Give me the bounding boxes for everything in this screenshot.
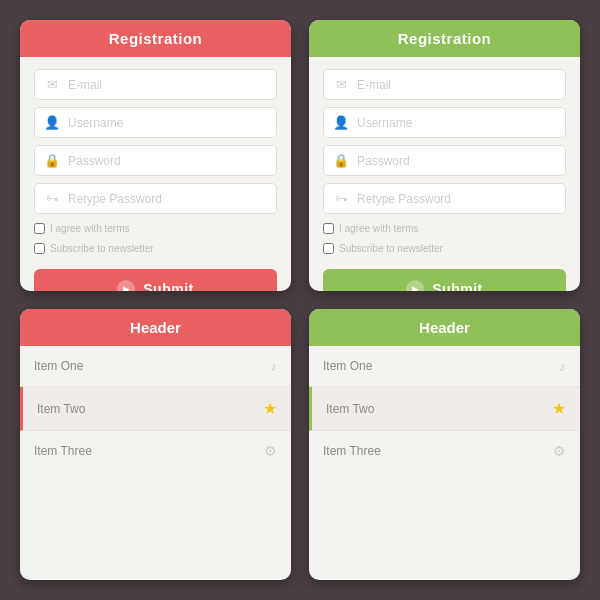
play-icon-g: ▶ [406,280,424,291]
green-submit-label: Submit [432,281,482,291]
green-list-body: Item One ♪ Item Two ★ Item Three ⚙ [309,346,580,580]
password-row: 🔒 [34,145,277,176]
username-input[interactable] [68,116,267,130]
username-input-g[interactable] [357,116,556,130]
list-item[interactable]: Item Two ★ [20,387,291,431]
item-two-label-g: Item Two [326,402,374,416]
email-input-g[interactable] [357,78,556,92]
gear-icon: ⚙ [264,443,277,459]
item-one-label-g: Item One [323,359,372,373]
mail-icon: ✉ [44,77,60,92]
email-row: ✉ [34,69,277,100]
red-list-body: Item One ♪ Item Two ★ Item Three ⚙ [20,346,291,580]
play-icon: ▶ [117,280,135,291]
key-icon-g: 🗝 [333,191,349,206]
green-registration-header: Registration [309,20,580,57]
newsletter-label-g: Subscribe to newsletter [339,243,443,254]
gear-icon-g: ⚙ [553,443,566,459]
password-row-g: 🔒 [323,145,566,176]
star-icon: ★ [263,399,277,418]
terms-checkbox[interactable] [34,223,45,234]
red-registration-header: Registration [20,20,291,57]
list-item[interactable]: Item One ♪ [309,346,580,387]
password-input-g[interactable] [357,154,556,168]
terms-row: I agree with terms [34,223,277,234]
retype-password-input[interactable] [68,192,267,206]
red-registration-card: Registration ✉ 👤 🔒 🗝 I agree with terms … [20,20,291,291]
newsletter-row-g: Subscribe to newsletter [323,243,566,254]
newsletter-row: Subscribe to newsletter [34,243,277,254]
email-input[interactable] [68,78,267,92]
key-icon: 🗝 [44,191,60,206]
mail-icon-g: ✉ [333,77,349,92]
red-form-body: ✉ 👤 🔒 🗝 I agree with terms Subscribe to … [20,57,291,291]
retype-password-row-g: 🗝 [323,183,566,214]
item-three-label: Item Three [34,444,92,458]
green-list-card: Header Item One ♪ Item Two ★ Item Three … [309,309,580,580]
item-three-label-g: Item Three [323,444,381,458]
username-row: 👤 [34,107,277,138]
newsletter-checkbox-g[interactable] [323,243,334,254]
red-list-header: Header [20,309,291,346]
red-submit-label: Submit [143,281,193,291]
password-input[interactable] [68,154,267,168]
item-one-label: Item One [34,359,83,373]
green-submit-button[interactable]: ▶ Submit [323,269,566,291]
email-row-g: ✉ [323,69,566,100]
retype-password-row: 🗝 [34,183,277,214]
newsletter-label: Subscribe to newsletter [50,243,154,254]
green-registration-card: Registration ✉ 👤 🔒 🗝 I agree with terms … [309,20,580,291]
lock-icon: 🔒 [44,153,60,168]
red-list-card: Header Item One ♪ Item Two ★ Item Three … [20,309,291,580]
terms-checkbox-g[interactable] [323,223,334,234]
green-list-header: Header [309,309,580,346]
list-item[interactable]: Item One ♪ [20,346,291,387]
user-icon: 👤 [44,115,60,130]
star-icon-g: ★ [552,399,566,418]
terms-label-g: I agree with terms [339,223,418,234]
user-icon-g: 👤 [333,115,349,130]
music-icon-g: ♪ [559,358,566,374]
username-row-g: 👤 [323,107,566,138]
retype-password-input-g[interactable] [357,192,556,206]
lock-icon-g: 🔒 [333,153,349,168]
terms-row-g: I agree with terms [323,223,566,234]
terms-label: I agree with terms [50,223,129,234]
list-item[interactable]: Item Two ★ [309,387,580,431]
newsletter-checkbox[interactable] [34,243,45,254]
music-icon: ♪ [270,358,277,374]
list-item[interactable]: Item Three ⚙ [309,431,580,471]
item-two-label: Item Two [37,402,85,416]
green-form-body: ✉ 👤 🔒 🗝 I agree with terms Subscribe to … [309,57,580,291]
red-submit-button[interactable]: ▶ Submit [34,269,277,291]
list-item[interactable]: Item Three ⚙ [20,431,291,471]
